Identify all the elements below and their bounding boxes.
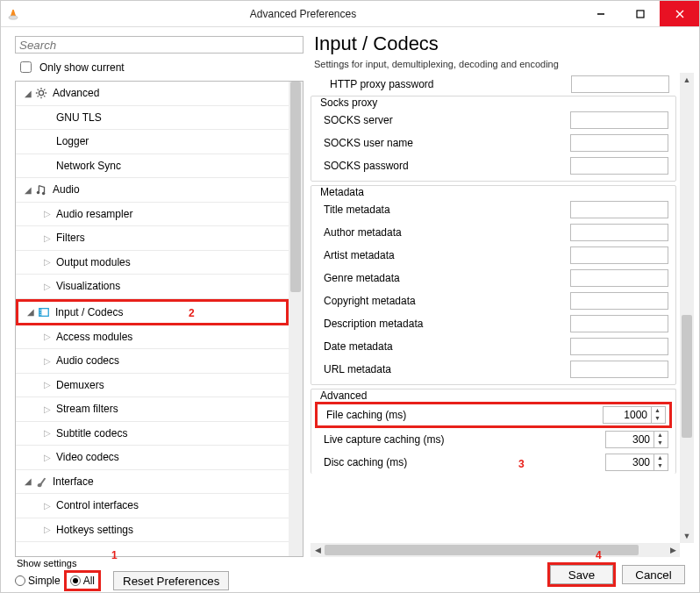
show-settings-all-radio[interactable]: All xyxy=(64,570,101,591)
tree-item-label: Audio codecs xyxy=(56,354,119,367)
expand-arrow-icon[interactable]: ▷ xyxy=(44,525,54,534)
metadata-group-title: Metadata xyxy=(317,186,368,198)
expand-arrow-icon[interactable]: ▷ xyxy=(44,453,54,462)
expand-arrow-icon[interactable]: ▷ xyxy=(44,380,54,389)
collapse-arrow-icon[interactable]: ◢ xyxy=(25,185,35,195)
url-metadata-input[interactable] xyxy=(570,361,668,378)
tree-item-network-sync[interactable]: Network Sync xyxy=(16,154,289,179)
tree-item-gnu-tls[interactable]: GNU TLS xyxy=(16,106,289,131)
tree-item-demuxers[interactable]: ▷Demuxers xyxy=(16,374,289,398)
scrollbar-track[interactable] xyxy=(680,87,694,529)
h-scrollbar-track[interactable] xyxy=(325,543,666,557)
collapse-arrow-icon[interactable]: ◢ xyxy=(25,476,35,486)
tree-item-label: Demuxers xyxy=(56,379,104,391)
tree-item-subtitle-codecs[interactable]: ▷Subtitle codecs xyxy=(16,422,289,447)
copyright-metadata-input[interactable] xyxy=(570,292,668,310)
socks-user-label: SOCKS user name xyxy=(324,137,570,149)
cancel-button[interactable]: Cancel xyxy=(622,565,685,584)
spinner-arrows[interactable]: ▲▼ xyxy=(654,432,666,447)
simple-radio-label: Simple xyxy=(28,575,61,587)
scrollbar-thumb[interactable] xyxy=(682,315,692,438)
expand-arrow-icon[interactable]: ▷ xyxy=(44,501,54,511)
scroll-right-icon[interactable]: ▶ xyxy=(666,546,680,554)
tree-item-access-modules[interactable]: ▷Access modules xyxy=(16,325,289,350)
expand-arrow-icon[interactable]: ▷ xyxy=(44,282,54,291)
settings-horizontal-scrollbar[interactable]: ◀ ▶ xyxy=(311,543,680,557)
live-caching-input[interactable] xyxy=(606,432,654,447)
tree-item-label: Interface xyxy=(53,475,94,488)
close-button[interactable] xyxy=(660,1,699,26)
genre-metadata-input[interactable] xyxy=(570,269,668,287)
preferences-tree: ◢AdvancedGNU TLSLoggerNetwork Sync◢Audio… xyxy=(15,81,304,557)
disc-caching-input[interactable] xyxy=(606,455,654,469)
search-input[interactable] xyxy=(15,36,304,54)
svg-rect-0 xyxy=(12,8,15,10)
scroll-down-icon[interactable]: ▼ xyxy=(680,529,694,543)
socks-password-input[interactable] xyxy=(570,157,668,175)
author-metadata-label: Author metadata xyxy=(324,226,570,239)
collapse-arrow-icon[interactable]: ◢ xyxy=(25,89,35,98)
settings-vertical-scrollbar[interactable]: ▲ ▼ xyxy=(680,73,694,543)
live-caching-spinner[interactable]: ▲▼ xyxy=(605,431,668,448)
file-caching-input[interactable] xyxy=(604,408,651,422)
socks-server-input[interactable] xyxy=(570,111,668,129)
show-settings-simple-radio[interactable]: Simple xyxy=(15,575,61,587)
socks-proxy-group-title: Socks proxy xyxy=(317,96,381,109)
tree-item-filters[interactable]: ▷Filters xyxy=(16,226,289,251)
description-metadata-input[interactable] xyxy=(570,315,668,332)
expand-arrow-icon[interactable]: ▷ xyxy=(44,404,54,414)
expand-arrow-icon[interactable]: ▷ xyxy=(44,233,54,243)
tree-item-audio[interactable]: ◢Audio xyxy=(16,178,289,203)
scroll-up-icon[interactable]: ▲ xyxy=(680,73,694,87)
preferences-window: Advanced Preferences Only show current xyxy=(0,0,700,593)
svg-point-8 xyxy=(42,192,46,196)
tree-item-output-modules[interactable]: ▷Output modules xyxy=(16,251,289,275)
save-button[interactable]: Save xyxy=(550,565,613,584)
tree-item-stream-filters[interactable]: ▷Stream filters xyxy=(16,397,289,422)
http-proxy-password-input[interactable] xyxy=(571,75,669,93)
tree-item-video-codecs[interactable]: ▷Video codecs xyxy=(16,446,289,470)
tree-item-interface[interactable]: ◢Interface xyxy=(16,470,289,495)
expand-arrow-icon[interactable]: ▷ xyxy=(44,332,54,341)
tree-item-advanced[interactable]: ◢Advanced xyxy=(16,82,289,106)
file-caching-row: File caching (ms) ▲▼ xyxy=(315,402,672,428)
file-caching-spinner[interactable]: ▲▼ xyxy=(603,406,666,424)
tree-item-hotkeys-settings[interactable]: ▷Hotkeys settings xyxy=(16,518,289,543)
title-metadata-input[interactable] xyxy=(570,201,668,218)
socks-server-label: SOCKS server xyxy=(324,114,570,126)
tree-item-logger[interactable]: Logger xyxy=(16,130,289,154)
tree-item-label: Video codecs xyxy=(56,451,119,463)
collapse-arrow-icon[interactable]: ◢ xyxy=(27,307,38,317)
maximize-button[interactable] xyxy=(620,1,660,26)
tree-item-control-interfaces[interactable]: ▷Control interfaces xyxy=(16,494,289,518)
reset-preferences-button[interactable]: Reset Preferences xyxy=(113,571,229,590)
artist-metadata-input[interactable] xyxy=(570,246,668,264)
only-show-current-checkbox[interactable]: Only show current xyxy=(17,59,304,75)
tree-item-visualizations[interactable]: ▷Visualizations xyxy=(16,275,289,299)
tree-item-input-codecs[interactable]: ◢Input / Codecs xyxy=(16,299,289,325)
tree-item-label: Advanced xyxy=(53,87,99,99)
only-show-current-label: Only show current xyxy=(39,61,125,74)
author-metadata-input[interactable] xyxy=(570,224,668,241)
minimize-button[interactable] xyxy=(581,1,620,26)
tree-scrollbar-thumb[interactable] xyxy=(290,82,301,292)
genre-metadata-label: Genre metadata xyxy=(324,272,570,284)
disc-caching-label: Disc caching (ms) xyxy=(324,456,605,468)
spinner-arrows[interactable]: ▲▼ xyxy=(651,407,663,423)
socks-user-input[interactable] xyxy=(570,134,668,152)
only-show-current-box[interactable] xyxy=(20,61,32,73)
h-scrollbar-thumb[interactable] xyxy=(325,545,639,555)
tree-item-audio-resampler[interactable]: ▷Audio resampler xyxy=(16,203,289,227)
expand-arrow-icon[interactable]: ▷ xyxy=(44,428,54,438)
expand-arrow-icon[interactable]: ▷ xyxy=(44,356,54,366)
tree-scrollbar[interactable] xyxy=(289,82,303,556)
settings-subtitle: Settings for input, demultiplexing, deco… xyxy=(314,59,694,69)
expand-arrow-icon[interactable]: ▷ xyxy=(44,257,54,267)
spinner-arrows[interactable]: ▲▼ xyxy=(654,454,666,470)
url-metadata-label: URL metadata xyxy=(324,363,570,375)
tree-item-audio-codecs[interactable]: ▷Audio codecs xyxy=(16,349,289,374)
expand-arrow-icon[interactable]: ▷ xyxy=(44,209,54,218)
disc-caching-spinner[interactable]: ▲▼ xyxy=(605,454,668,471)
date-metadata-input[interactable] xyxy=(570,338,668,355)
scroll-left-icon[interactable]: ◀ xyxy=(311,546,325,554)
